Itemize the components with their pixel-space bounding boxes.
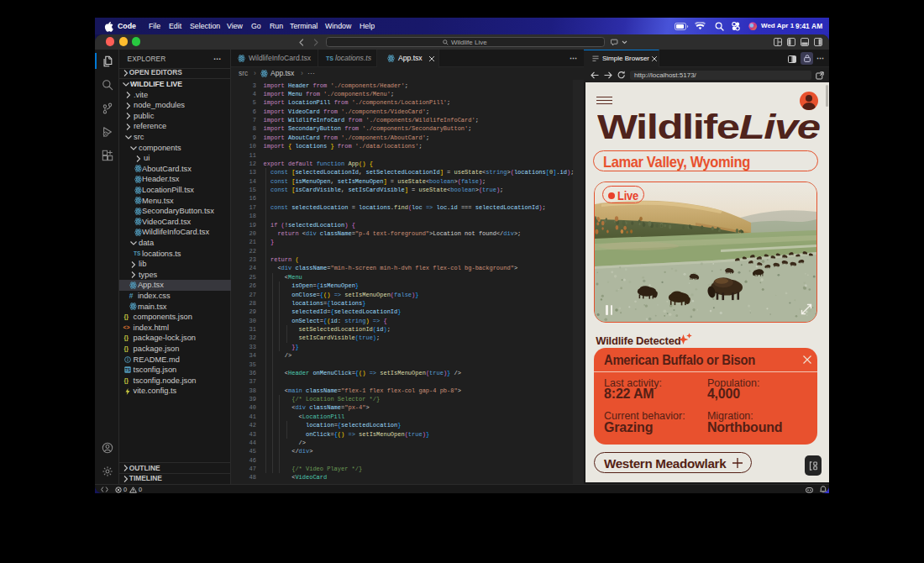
svg-text:TS: TS (124, 367, 130, 372)
